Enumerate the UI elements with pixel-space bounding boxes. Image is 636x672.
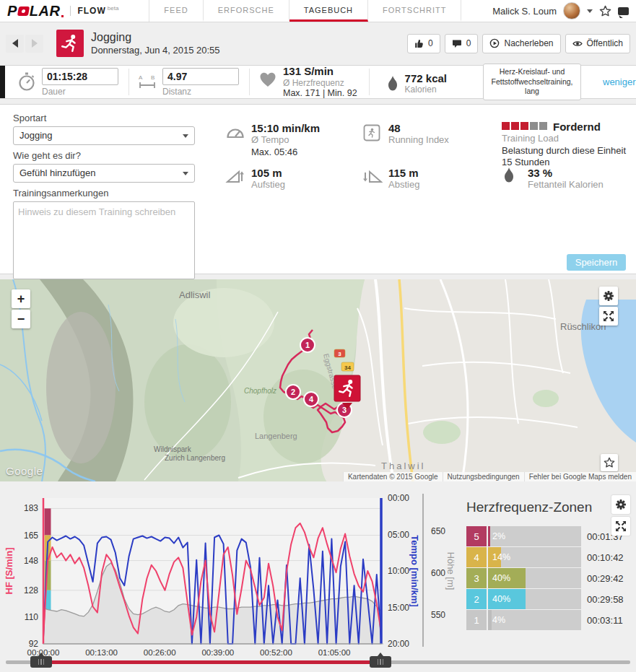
- nav-item-tagebuch[interactable]: TAGEBUCH: [289, 0, 368, 22]
- nav-item-erforsche[interactable]: ERFORSCHE: [204, 0, 289, 22]
- flame-icon: [385, 75, 400, 92]
- save-button[interactable]: Speichern: [567, 254, 626, 271]
- pace-axis-label: Tempo [min/km]: [409, 535, 420, 606]
- route-km-marker[interactable]: 2: [286, 385, 300, 399]
- summary-bar: Dauer A B Distanz 131 S/min Ø Herzfreque…: [0, 65, 636, 99]
- map-label: Langenberg: [255, 432, 297, 440]
- feeling-select[interactable]: Gefühl hinzufügen: [13, 164, 195, 183]
- chevron-down-icon: [183, 172, 188, 175]
- map-fullscreen-button[interactable]: [599, 307, 618, 326]
- show-less-link[interactable]: weniger: [603, 77, 636, 87]
- like-count: 0: [428, 38, 433, 48]
- map-canvas[interactable]: AdliswilRüschlikonThalwilLangenbergWildn…: [0, 279, 636, 481]
- hr-minmax: Max. 171 | Min. 92: [283, 88, 357, 100]
- pace-tick-label: 15:00: [388, 603, 409, 613]
- hr-zone-number: 5: [466, 526, 487, 546]
- like-button[interactable]: 0: [407, 34, 440, 53]
- stopwatch-icon: [17, 71, 36, 92]
- map-attribution: Kartendaten © 2015 Google Nutzungsbeding…: [343, 472, 636, 481]
- running-index-icon: [362, 123, 383, 142]
- pace-tick-label: 20:00: [388, 639, 409, 649]
- star-icon: [604, 457, 615, 468]
- hr-zone-row: 14%00:03:11: [466, 610, 632, 630]
- slider-selected-range[interactable]: [41, 660, 380, 664]
- map-label: Adliswil: [179, 289, 210, 300]
- user-menu-caret-icon[interactable]: [587, 9, 593, 13]
- previous-session-button[interactable]: [6, 35, 24, 53]
- training-load-segment: [520, 122, 528, 130]
- route-map[interactable]: AdliswilRüschlikonThalwilLangenbergWildn…: [0, 279, 636, 481]
- calories-group: 772 kcal Kalorien: [385, 69, 447, 95]
- duration-label: Dauer: [42, 87, 118, 97]
- distance-ab-icon: A B: [138, 74, 157, 91]
- avatar[interactable]: [563, 2, 580, 19]
- visibility-label: Öffentlich: [587, 38, 623, 48]
- ascent-icon: [225, 167, 245, 184]
- hr-zone-bar: 14%: [488, 547, 581, 567]
- slider-handle-start[interactable]: [30, 656, 52, 668]
- hr-zone-time: 00:10:42: [581, 547, 632, 567]
- map-report-link[interactable]: Fehler bei Google Maps melden: [524, 472, 636, 481]
- map-zoom-in-button[interactable]: +: [12, 289, 30, 308]
- hr-zone-row: 340%00:29:42: [466, 568, 632, 588]
- jogging-sport-icon: [56, 30, 84, 57]
- arrow-right-icon: [32, 39, 38, 48]
- visibility-button[interactable]: Öffentlich: [565, 34, 630, 53]
- hr-zones-title: Herzfrequenz-Zonen: [466, 499, 632, 515]
- main-nav: FEED ERFORSCHE TAGEBUCH FORTSCHRITT: [149, 0, 461, 22]
- map-label: Chopfholz: [244, 387, 276, 395]
- notes-textarea[interactable]: [13, 201, 195, 279]
- messages-icon[interactable]: [618, 7, 629, 15]
- hr-tick-label: 148: [24, 556, 38, 566]
- map-settings-button[interactable]: [599, 287, 618, 305]
- map-label: Zurich Langenberg: [165, 454, 225, 462]
- comment-bubble-icon: [452, 39, 462, 48]
- route-km-marker[interactable]: 1: [300, 338, 315, 352]
- svg-text:3: 3: [338, 351, 341, 357]
- relive-button[interactable]: Nacherleben: [482, 34, 560, 53]
- route-km-marker[interactable]: 4: [304, 392, 318, 406]
- hr-zone-bar: 40%: [488, 589, 581, 609]
- next-session-button[interactable]: [25, 35, 43, 53]
- fat-burn-metric: 33 % Fettanteil Kalorien: [502, 167, 604, 191]
- expand-icon: [614, 520, 627, 533]
- sport-select[interactable]: Jogging: [13, 126, 195, 145]
- eye-icon: [572, 39, 583, 48]
- thumbs-up-icon: [414, 39, 424, 48]
- google-logo: Google: [6, 465, 43, 477]
- map-favorite-button[interactable]: [601, 454, 618, 471]
- hr-zone-percent: 4%: [492, 615, 505, 625]
- training-benefit-box: Herz-Kreislauf- und Fettstoffwechseltrai…: [483, 64, 581, 100]
- hr-tick-label: 165: [24, 531, 38, 541]
- avg-tempo-metric: 15:10 min/km Ø Tempo Max. 05:46: [225, 122, 320, 158]
- session-datetime: Donnerstag, Jun 4, 2015 20:55: [91, 45, 220, 56]
- map-zoom-out-button[interactable]: −: [12, 310, 30, 328]
- duration-input[interactable]: [42, 68, 118, 85]
- training-load-gauge: [502, 121, 549, 132]
- map-terms-link[interactable]: Nutzungsbedingungen: [443, 472, 524, 481]
- nav-item-feed[interactable]: FEED: [149, 0, 203, 22]
- calories-value: 772 kcal: [405, 73, 447, 85]
- chart-settings-button[interactable]: [611, 495, 630, 514]
- user-name[interactable]: Malick S. Loum: [492, 6, 557, 17]
- distance-input[interactable]: [162, 68, 239, 85]
- hr-zone-percent: 40%: [492, 594, 510, 604]
- slider-handle-end[interactable]: [370, 656, 391, 668]
- hr-zone-time: 00:03:11: [581, 610, 632, 630]
- hr-zone-strip: [45, 508, 51, 535]
- polar-logo[interactable]: PLAR FLOW beta: [7, 0, 118, 22]
- runner-icon: [59, 32, 81, 54]
- training-chart[interactable]: 1831651481281109200:00:0000:13:0000:26:0…: [0, 489, 462, 660]
- calories-label: Kalorien: [405, 84, 447, 95]
- nav-item-fortschritt[interactable]: FORTSCHRITT: [368, 0, 461, 22]
- comment-button[interactable]: 0: [445, 34, 479, 53]
- svg-text:34: 34: [344, 365, 351, 371]
- hr-zone-percent: 40%: [492, 573, 510, 583]
- svg-text:B: B: [151, 74, 154, 81]
- logo-text-rest: LAR: [30, 3, 61, 19]
- chart-fullscreen-button[interactable]: [611, 517, 630, 536]
- hr-zone-number: 3: [466, 568, 487, 588]
- play-circle-icon: [489, 38, 500, 48]
- favorites-star-icon[interactable]: [599, 5, 611, 17]
- hr-tick-label: 128: [24, 585, 38, 595]
